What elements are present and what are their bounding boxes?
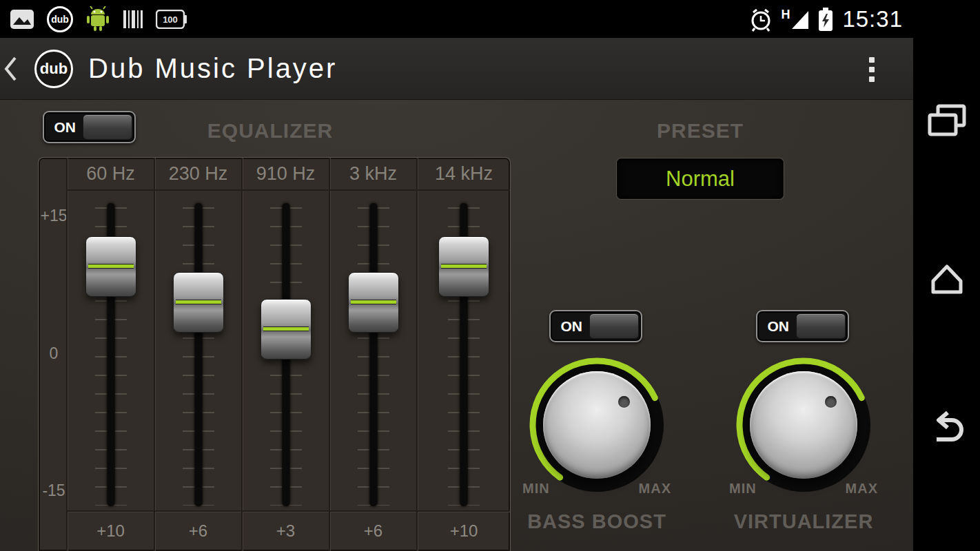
- equalizer-toggle-label: ON: [44, 112, 85, 142]
- eq-band-230hz: 230 Hz +6: [154, 158, 241, 551]
- virtualizer-title: VIRTUALIZER: [707, 510, 900, 533]
- status-icons-right: H 15:31: [749, 0, 903, 38]
- virtualizer-toggle-knob: [796, 313, 846, 339]
- min-label: MIN: [729, 481, 757, 497]
- scale-label-zero: 0: [40, 344, 68, 363]
- bass-boost-toggle-knob: [589, 313, 639, 339]
- recent-apps-icon[interactable]: [927, 103, 967, 138]
- screen: dub 100: [0, 0, 980, 551]
- slider-thumb[interactable]: [438, 236, 489, 297]
- back-chevron-icon[interactable]: [3, 54, 18, 84]
- android-icon: [85, 6, 110, 32]
- eq-band-60hz: 60 Hz +10: [66, 158, 154, 551]
- slider-thumb[interactable]: [348, 272, 399, 333]
- slider-track[interactable]: [194, 203, 202, 506]
- status-icons-left: dub 100: [10, 0, 187, 38]
- scale-label-plus15: +15: [40, 207, 68, 225]
- thumb-indicator: [176, 300, 221, 304]
- dub-notification-icon: dub: [47, 6, 73, 32]
- band-frequency-label: 3 kHz: [330, 158, 416, 191]
- eq-band-14khz: 14 kHz +10: [416, 158, 510, 551]
- band-gain-value: +6: [330, 510, 416, 551]
- bass-boost-section: ON MIN MAX BASS BOOST: [521, 306, 673, 544]
- app-logo: dub: [34, 50, 73, 88]
- knob-indicator-dot: [618, 396, 630, 408]
- signal-triangle-icon: [791, 9, 809, 30]
- thumb-indicator: [263, 326, 309, 331]
- equalizer-screen: ON EQUALIZER PRESET Normal +15 0 -15 60 …: [0, 100, 913, 551]
- band-gain-value: +3: [243, 510, 329, 551]
- network-signal-icon: H: [781, 9, 809, 30]
- bass-boost-title: BASS BOOST: [500, 510, 693, 533]
- dub-badge-text: dub: [51, 14, 69, 25]
- knob-face: [750, 371, 857, 479]
- max-label: MAX: [639, 481, 671, 497]
- alarm-icon: [749, 7, 773, 32]
- battery-charging-icon: [817, 7, 834, 32]
- thumb-indicator: [351, 300, 396, 304]
- band-gain-value: +10: [68, 510, 154, 551]
- virtualizer-knob[interactable]: [735, 356, 872, 494]
- status-bar: dub 100: [0, 0, 980, 38]
- preset-heading: PRESET: [590, 119, 810, 143]
- eq-band-910hz: 910 Hz +3: [241, 158, 329, 551]
- svg-text:100: 100: [163, 14, 178, 25]
- battery-100-icon: 100: [156, 10, 187, 29]
- slider-thumb[interactable]: [173, 272, 224, 333]
- network-type-label: H: [781, 9, 790, 20]
- thumb-indicator: [441, 264, 487, 269]
- equalizer-heading: EQUALIZER: [160, 119, 380, 143]
- thumb-indicator: [88, 264, 134, 269]
- slider-thumb[interactable]: [261, 299, 312, 360]
- app-title: Dub Music Player: [88, 53, 337, 84]
- equalizer-power-toggle[interactable]: ON: [43, 111, 136, 143]
- barcode-icon: [123, 9, 143, 30]
- bass-boost-toggle[interactable]: ON: [549, 310, 642, 342]
- bass-boost-range-labels: MIN MAX: [522, 481, 671, 497]
- app-logo-text: dub: [40, 60, 68, 78]
- band-gain-value: +6: [155, 510, 241, 551]
- band-frequency-label: 14 kHz: [418, 158, 510, 191]
- band-frequency-label: 230 Hz: [155, 158, 241, 191]
- home-icon[interactable]: [926, 262, 968, 295]
- slider-thumb[interactable]: [85, 236, 136, 297]
- navigation-bar: [913, 38, 980, 551]
- min-label: MIN: [522, 481, 550, 497]
- gallery-icon: [10, 8, 34, 30]
- band-frequency-label: 60 Hz: [68, 158, 154, 191]
- preset-selector[interactable]: Normal: [617, 158, 784, 199]
- eq-band-3khz: 3 kHz +6: [329, 158, 416, 551]
- virtualizer-toggle[interactable]: ON: [756, 310, 849, 342]
- overflow-menu-button[interactable]: [866, 54, 877, 85]
- band-gain-value: +10: [418, 510, 510, 551]
- clock: 15:31: [842, 6, 903, 32]
- virtualizer-section: ON MIN MAX VIRTUALIZER: [728, 306, 879, 544]
- preset-selected-value: Normal: [666, 167, 735, 191]
- bass-boost-toggle-label: ON: [551, 311, 592, 341]
- back-icon[interactable]: [927, 410, 967, 450]
- knob-face: [543, 371, 651, 479]
- virtualizer-toggle-label: ON: [757, 311, 799, 341]
- app-bar: dub Dub Music Player: [0, 38, 913, 100]
- virtualizer-range-labels: MIN MAX: [729, 481, 878, 497]
- slider-track[interactable]: [369, 203, 377, 506]
- equalizer-toggle-knob: [83, 114, 132, 140]
- knob-indicator-dot: [825, 396, 837, 408]
- bass-boost-knob[interactable]: [528, 356, 666, 494]
- max-label: MAX: [846, 481, 878, 497]
- band-frequency-label: 910 Hz: [243, 158, 329, 191]
- scale-label-minus15: -15: [40, 481, 68, 500]
- equalizer-panel: +15 0 -15 60 Hz +10 230 Hz +6 910 Hz: [38, 157, 511, 551]
